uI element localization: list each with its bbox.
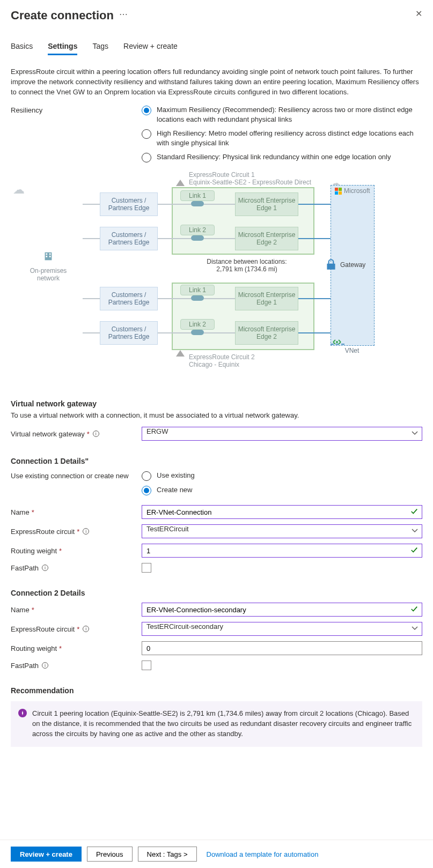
customer-edge-node: Customers / Partners Edge bbox=[100, 192, 158, 216]
conn1-name-label: Name bbox=[11, 508, 30, 516]
conn2-fastpath-checkbox[interactable] bbox=[142, 661, 151, 670]
conn2-heading: Connection 2 Details bbox=[11, 589, 422, 597]
building-icon bbox=[11, 250, 86, 265]
conn1-weight-input[interactable] bbox=[142, 544, 422, 558]
conn1-fastpath-label: FastPath bbox=[11, 564, 39, 572]
radio-label: High Resiliency: Metro model offering re… bbox=[157, 129, 422, 148]
radio-label: Create new bbox=[157, 485, 422, 495]
distance-label: Distance between locations: 2,791 km (17… bbox=[188, 258, 306, 273]
review-create-button[interactable]: Review + create bbox=[11, 847, 82, 862]
required-indicator: * bbox=[32, 508, 34, 516]
port-icon bbox=[191, 235, 204, 241]
svg-rect-1 bbox=[46, 254, 47, 255]
tab-review[interactable]: Review + create bbox=[123, 42, 178, 55]
vng-desc: To use a virtual network with a connecti… bbox=[11, 411, 422, 419]
radio-label: Standard Resiliency: Physical link redun… bbox=[157, 152, 422, 162]
svg-rect-2 bbox=[49, 254, 51, 255]
vng-label: Virtual network gateway bbox=[11, 430, 85, 438]
cloud-icon: ☁ bbox=[13, 183, 25, 197]
link-label: Link 1 bbox=[180, 190, 215, 201]
triangle-icon bbox=[176, 180, 185, 186]
ms-edge-node: Microsoft Enterprise Edge 2 bbox=[235, 227, 298, 250]
topology-diagram: ☁ ☁ On-premises network ExpressRoute Cir… bbox=[11, 180, 419, 383]
recommendation-text: Circuit 1 peering location (Equinix-Seat… bbox=[32, 709, 412, 738]
required-indicator: * bbox=[59, 644, 62, 652]
circuit1-title: ExpressRoute Circuit 1 bbox=[189, 171, 311, 179]
conn1-use-existing-option[interactable]: Use existing bbox=[142, 471, 422, 481]
onprem-label: On-premises network bbox=[11, 250, 86, 282]
required-indicator: * bbox=[59, 547, 62, 555]
conn1-use-label: Use existing connection or create new bbox=[11, 472, 129, 480]
gateway-icon bbox=[324, 258, 338, 272]
conn2-circuit-select[interactable]: TestERCircuit-secondary bbox=[142, 622, 422, 636]
more-icon[interactable]: ⋯ bbox=[119, 9, 128, 23]
triangle-icon bbox=[176, 350, 185, 357]
conn2-fastpath-label: FastPath bbox=[11, 662, 39, 670]
conn1-circuit-label: ExpressRoute circuit bbox=[11, 528, 75, 536]
page-title: Create connection bbox=[11, 9, 114, 23]
gateway-label: Gateway bbox=[340, 261, 365, 269]
conn1-name-input[interactable] bbox=[142, 505, 422, 519]
close-icon[interactable]: ✕ bbox=[415, 9, 422, 19]
conn1-heading: Connection 1 Details" bbox=[11, 457, 422, 465]
ms-edge-node: Microsoft Enterprise Edge 1 bbox=[235, 192, 298, 216]
info-icon[interactable]: i bbox=[93, 431, 99, 437]
microsoft-logo-icon bbox=[335, 188, 342, 195]
required-indicator: * bbox=[32, 606, 34, 614]
previous-button[interactable]: Previous bbox=[87, 847, 133, 862]
resiliency-option-high[interactable]: High Resiliency: Metro model offering re… bbox=[142, 129, 422, 148]
conn2-name-label: Name bbox=[11, 606, 30, 614]
conn1-weight-label: Routing weight bbox=[11, 547, 57, 555]
port-icon bbox=[191, 295, 204, 301]
svg-point-5 bbox=[336, 341, 338, 343]
port-icon bbox=[191, 201, 204, 206]
conn1-create-new-option[interactable]: Create new bbox=[142, 485, 422, 495]
recommendation-heading: Recommendation bbox=[11, 686, 422, 695]
microsoft-label: Microsoft bbox=[335, 187, 370, 195]
circuit2-subtitle: Chicago - Equinix bbox=[189, 361, 255, 368]
download-template-link[interactable]: Download a template for automation bbox=[207, 850, 319, 858]
conn2-weight-label: Routing weight bbox=[11, 644, 57, 652]
vnet-icon bbox=[332, 338, 342, 347]
resiliency-option-maximum[interactable]: Maximum Resiliency (Recommended): Resili… bbox=[142, 105, 422, 124]
required-indicator: * bbox=[77, 528, 79, 536]
vnet-label: VNet bbox=[331, 347, 373, 354]
link-label: Link 2 bbox=[180, 225, 215, 235]
radio-icon bbox=[142, 129, 151, 139]
info-icon[interactable]: i bbox=[42, 662, 48, 669]
radio-label: Use existing bbox=[157, 471, 422, 480]
link-label: Link 1 bbox=[180, 285, 215, 295]
tabs: Basics Settings Tags Review + create bbox=[11, 42, 422, 55]
vng-select[interactable]: ERGW bbox=[142, 427, 422, 441]
vng-heading: Virtual network gateway bbox=[11, 399, 422, 408]
circuit1-subtitle: Equinix-Seattle-SE2 - ExpressRoute Direc… bbox=[189, 179, 311, 186]
resiliency-option-standard[interactable]: Standard Resiliency: Physical link redun… bbox=[142, 152, 422, 162]
next-button[interactable]: Next : Tags > bbox=[138, 847, 197, 862]
customer-edge-node: Customers / Partners Edge bbox=[100, 227, 158, 250]
compass-icon bbox=[18, 709, 27, 717]
link-label: Link 2 bbox=[180, 319, 215, 330]
svg-rect-3 bbox=[46, 256, 47, 257]
info-icon[interactable]: i bbox=[83, 528, 89, 535]
required-indicator: * bbox=[77, 625, 79, 633]
tab-basics[interactable]: Basics bbox=[11, 42, 33, 55]
conn2-weight-input[interactable] bbox=[142, 641, 422, 655]
circuit2-title: ExpressRoute Circuit 2 bbox=[189, 353, 255, 361]
conn2-circuit-label: ExpressRoute circuit bbox=[11, 625, 75, 633]
footer: Review + create Previous Next : Tags > D… bbox=[0, 840, 433, 868]
recommendation-box: Circuit 1 peering location (Equinix-Seat… bbox=[11, 701, 422, 747]
port-icon bbox=[191, 330, 204, 335]
conn1-fastpath-checkbox[interactable] bbox=[142, 563, 151, 573]
tab-settings[interactable]: Settings bbox=[48, 42, 77, 55]
ms-edge-node: Microsoft Enterprise Edge 1 bbox=[235, 287, 298, 310]
intro-text: ExpressRoute circuit within a peering lo… bbox=[11, 67, 422, 98]
required-indicator: * bbox=[87, 430, 90, 438]
radio-label: Maximum Resiliency (Recommended): Resili… bbox=[157, 105, 422, 124]
info-icon[interactable]: i bbox=[42, 565, 48, 571]
conn1-circuit-select[interactable]: TestERCircuit bbox=[142, 524, 422, 538]
conn2-name-input[interactable] bbox=[142, 603, 422, 617]
ms-edge-node: Microsoft Enterprise Edge 2 bbox=[235, 321, 298, 345]
info-icon[interactable]: i bbox=[83, 626, 89, 632]
radio-icon bbox=[142, 471, 151, 481]
tab-tags[interactable]: Tags bbox=[92, 42, 108, 55]
